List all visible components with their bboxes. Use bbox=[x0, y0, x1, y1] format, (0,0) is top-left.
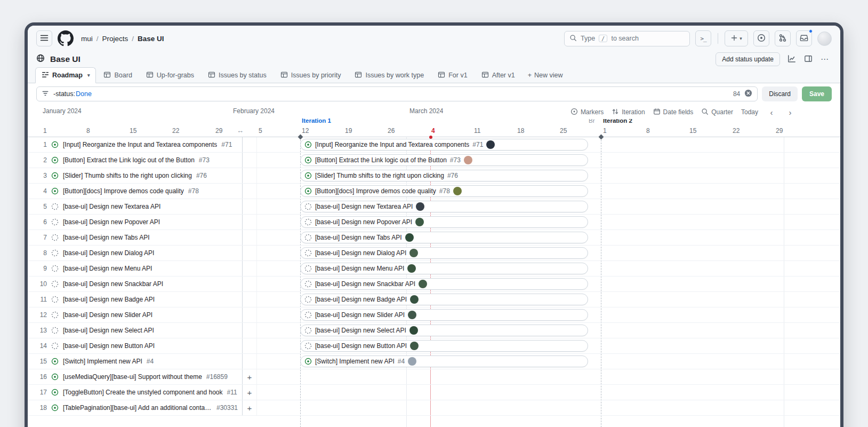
scroll-left-button[interactable]: ‹ bbox=[766, 108, 777, 117]
row-gutter bbox=[243, 307, 257, 322]
roadmap-row: 16[useMediaQuery][base-ui] Support witho… bbox=[28, 369, 840, 385]
timeline-track: [Button] Extract the Link logic out of t… bbox=[257, 153, 840, 168]
timeline-pill[interactable]: [base-ui] Design new Snackbar API bbox=[300, 278, 588, 290]
breadcrumb-separator: / bbox=[132, 35, 134, 43]
week-label: 1 bbox=[603, 127, 607, 135]
timeline-track: [Slider] Thumb shifts to the right upon … bbox=[257, 168, 840, 183]
row-item[interactable]: 16[useMediaQuery][base-ui] Support witho… bbox=[28, 369, 243, 384]
timeline-pill[interactable]: [base-ui] Design new Popover API bbox=[300, 216, 588, 228]
hamburger-menu-button[interactable] bbox=[36, 30, 52, 46]
timeline-pill[interactable]: [base-ui] Design new Button API bbox=[300, 340, 588, 352]
tab-issues-by-status[interactable]: Issues by status bbox=[202, 67, 273, 83]
row-item[interactable]: 3[Slider] Thumb shifts to the right upon… bbox=[28, 168, 243, 183]
timeline-pill[interactable]: [base-ui] Design new Slider API bbox=[300, 309, 588, 321]
row-item[interactable]: 13[base-ui] Design new Select API bbox=[28, 323, 243, 338]
row-number: 1 bbox=[35, 141, 47, 148]
tab-issues-by-work-type[interactable]: Issues by work type bbox=[348, 67, 430, 83]
side-panel-button[interactable] bbox=[801, 52, 815, 66]
filter-input[interactable]: -status:Done 84 bbox=[36, 86, 758, 101]
row-number: 5 bbox=[35, 203, 47, 210]
timeline-pill[interactable]: [base-ui] Design new Select API bbox=[300, 325, 588, 336]
table-icon bbox=[103, 71, 111, 80]
timeline-pill[interactable]: [Button][docs] Improve demos code qualit… bbox=[300, 185, 588, 197]
row-item[interactable]: 2[Button] Extract the Link logic out of … bbox=[28, 153, 243, 168]
row-item[interactable]: 11[base-ui] Design new Badge API bbox=[28, 292, 243, 307]
tab-up-for-grabs[interactable]: Up-for-grabs bbox=[140, 67, 200, 83]
timeline-pill[interactable]: [base-ui] Design new Textarea API bbox=[300, 201, 588, 212]
tab-after-v1[interactable]: After v1 bbox=[475, 67, 521, 83]
timeline-pill[interactable]: [Switch] Implement new API#4 bbox=[300, 355, 588, 367]
save-button[interactable]: Save bbox=[802, 86, 832, 101]
tab-roadmap[interactable]: Roadmap▾ bbox=[35, 67, 96, 83]
row-number: 11 bbox=[35, 296, 47, 303]
timeline-pill[interactable]: [base-ui] Design new Badge API bbox=[300, 294, 588, 305]
command-palette-button[interactable]: >_ bbox=[695, 30, 711, 46]
column-resize-handle[interactable]: ↔ bbox=[237, 126, 244, 135]
clear-filter-button[interactable] bbox=[744, 89, 752, 99]
add-date-button[interactable]: + bbox=[247, 404, 252, 412]
today-button[interactable]: Today bbox=[741, 108, 758, 116]
timeline-pill[interactable]: [base-ui] Design new Menu API bbox=[300, 263, 588, 274]
timeline-pill[interactable]: [Button] Extract the Link logic out of t… bbox=[300, 154, 588, 166]
timeline-pill[interactable]: [Slider] Thumb shifts to the right upon … bbox=[300, 170, 588, 181]
hamburger-icon bbox=[40, 34, 49, 44]
github-logo-icon[interactable] bbox=[58, 30, 75, 47]
row-item[interactable]: 14[base-ui] Design new Button API bbox=[28, 338, 243, 353]
row-item[interactable]: 1[Input] Reorganize the Input and Textar… bbox=[28, 137, 243, 152]
iteration-button[interactable]: Iteration bbox=[612, 108, 645, 117]
row-item[interactable]: 8[base-ui] Design new Dialog API bbox=[28, 246, 243, 260]
row-item[interactable]: 4[Button][docs] Improve demos code quali… bbox=[28, 184, 243, 199]
pill-title: [base-ui] Design new Select API bbox=[315, 327, 406, 334]
row-item[interactable]: 9[base-ui] Design new Menu API bbox=[28, 261, 243, 276]
timeline-pill[interactable]: [Input] Reorganize the Input and Textare… bbox=[300, 139, 588, 151]
breadcrumb-org[interactable]: mui bbox=[81, 35, 93, 43]
tab-for-v1[interactable]: For v1 bbox=[431, 67, 473, 83]
timeline-track: [Switch] Implement new API#4 bbox=[257, 354, 840, 369]
row-item[interactable]: 7[base-ui] Design new Tabs API bbox=[28, 230, 243, 245]
add-date-button[interactable]: + bbox=[247, 373, 252, 381]
row-item[interactable]: 18[TablePagination][base-ui] Add an addi… bbox=[28, 400, 243, 415]
row-gutter bbox=[243, 261, 257, 276]
timeline-track bbox=[257, 400, 840, 415]
quarter-zoom-button[interactable]: Quarter bbox=[701, 108, 733, 117]
row-number: 18 bbox=[35, 404, 47, 412]
issue-open-icon bbox=[51, 404, 59, 412]
issue-title: [Switch] Implement new API bbox=[63, 358, 142, 365]
create-new-button[interactable]: ▾ bbox=[725, 30, 748, 46]
row-item[interactable]: 10[base-ui] Design new Snackbar API bbox=[28, 276, 243, 291]
header-divider bbox=[718, 33, 718, 44]
tab-board[interactable]: Board bbox=[97, 67, 138, 83]
month-label: February 2024 bbox=[233, 107, 275, 115]
date-fields-button[interactable]: Date fields bbox=[653, 108, 694, 117]
tab-issues-by-priority[interactable]: Issues by priority bbox=[274, 67, 348, 83]
markers-button[interactable]: Markers bbox=[570, 108, 604, 117]
assignee-avatar bbox=[409, 326, 418, 335]
search-input[interactable]: Type / to search bbox=[564, 31, 690, 46]
tab-label: For v1 bbox=[448, 72, 467, 79]
insights-button[interactable] bbox=[784, 52, 799, 66]
draft-issue-icon bbox=[51, 265, 59, 272]
issue-title: [base-ui] Design new Menu API bbox=[63, 265, 152, 272]
row-item[interactable]: 12[base-ui] Design new Slider API bbox=[28, 307, 243, 322]
row-item[interactable]: 15[Switch] Implement new API#4 bbox=[28, 354, 243, 369]
month-label: January 2024 bbox=[43, 107, 82, 115]
pull-requests-button[interactable] bbox=[775, 30, 791, 46]
add-date-button[interactable]: + bbox=[247, 389, 252, 397]
issues-button[interactable] bbox=[753, 30, 769, 46]
scroll-right-button[interactable]: › bbox=[785, 108, 795, 117]
add-status-update-button[interactable]: Add status update bbox=[716, 52, 780, 66]
row-item[interactable]: 5[base-ui] Design new Textarea API bbox=[28, 199, 243, 214]
issue-open-icon bbox=[304, 156, 312, 164]
pill-title: [Button] Extract the Link logic out of t… bbox=[315, 156, 447, 164]
project-options-button[interactable]: ⋯ bbox=[817, 52, 832, 66]
discard-button[interactable]: Discard bbox=[762, 86, 798, 101]
new-view-button[interactable]: +New view bbox=[523, 67, 568, 83]
row-item[interactable]: 17[ToggleButton] Create the unstyled com… bbox=[28, 385, 243, 400]
roadmap-icon bbox=[42, 71, 49, 80]
row-item[interactable]: 6[base-ui] Design new Popover API bbox=[28, 215, 243, 230]
timeline-pill[interactable]: [base-ui] Design new Tabs API bbox=[300, 232, 588, 243]
row-gutter bbox=[243, 230, 257, 245]
timeline-pill[interactable]: [base-ui] Design new Dialog API bbox=[300, 247, 588, 259]
breadcrumb-projects[interactable]: Projects bbox=[102, 35, 128, 43]
user-avatar[interactable] bbox=[817, 31, 832, 46]
